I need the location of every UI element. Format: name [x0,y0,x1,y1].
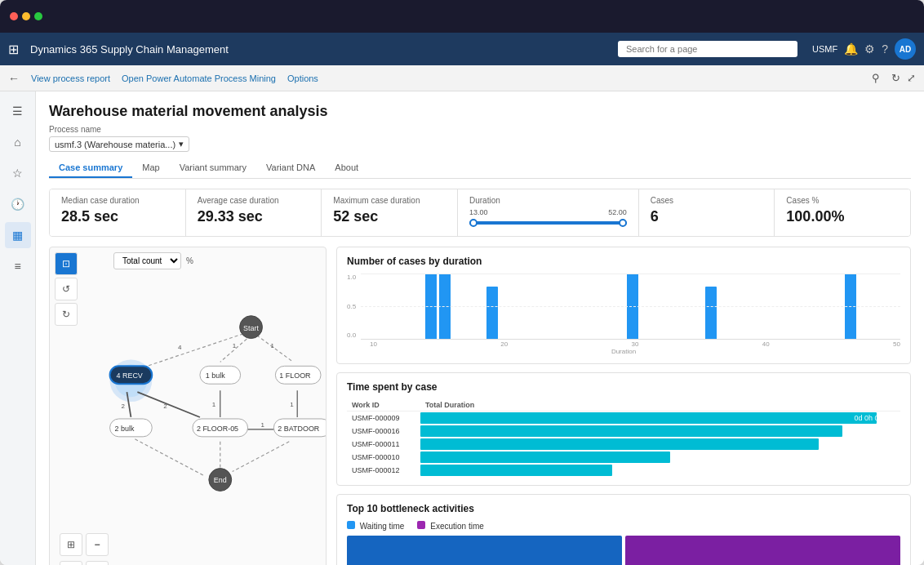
tab-about[interactable]: About [325,158,368,178]
sidebar-star-icon[interactable]: ☆ [5,160,31,186]
chevron-down-icon: ▾ [179,139,184,149]
options-button[interactable]: Options [287,73,318,83]
tab-variant-summary[interactable]: Variant summary [170,158,256,178]
svg-text:1  bulk: 1 bulk [206,371,225,380]
sidebar-list-icon[interactable]: ≡ [5,253,31,279]
toolbar-icons: ↻ ⤢ [891,72,916,84]
cases-stat: Cases 6 [639,189,775,236]
sidebar-table-icon[interactable]: ▦ [5,222,31,248]
slider-min-label: 13.00 [469,208,488,216]
col-work-id: Work ID [347,399,420,412]
duration-cell: 0d 0h 0m 22s [420,451,900,464]
svg-line-12 [233,442,290,472]
slider-thumb-right[interactable] [619,219,627,227]
table-row: USMF-000016 0d 0h 0m 37s [347,425,900,438]
average-stat: Average case duration 29.33 sec [186,189,322,236]
bottleneck-title: Top 10 bottleneck activities [347,503,900,514]
filter-icon[interactable]: ⚲ [872,72,880,84]
median-value: 28.5 sec [61,208,174,225]
x-label-50: 50 [893,340,900,348]
stats-row: Median case duration 28.5 sec Average ca… [49,189,911,237]
window-controls [10,12,42,20]
duration-slider[interactable]: 13.00 52.00 [469,208,627,225]
minimize-button[interactable] [22,12,30,20]
avatar[interactable]: AD [895,38,916,60]
map-zoom-out-btn[interactable]: − [86,533,109,556]
tab-map[interactable]: Map [132,158,169,178]
lower-layout: Total count % ⊡ ↺ ↻ [49,247,911,565]
bottleneck-card: Top 10 bottleneck activities Waiting tim… [336,494,911,565]
content-area: Warehouse material movement analysis Pro… [36,91,924,565]
work-id-cell: USMF-000012 [347,464,420,477]
map-toolbar-top: Total count % [86,252,321,269]
slider-thumb-left[interactable] [469,219,478,227]
map-view-btn[interactable]: ⊡ [55,252,78,275]
y-label-3: 0.0 [347,331,356,339]
slider-track[interactable] [469,221,627,225]
sidebar-clock-icon[interactable]: 🕐 [5,191,31,217]
close-button[interactable] [10,12,18,20]
process-dropdown[interactable]: usmf.3 (Warehouse materia...) ▾ [49,136,189,152]
svg-line-4 [257,336,294,363]
map-zoom-in-btn[interactable]: + [86,561,109,565]
tab-variant-dna[interactable]: Variant DNA [256,158,325,178]
bar-chart-card: Number of cases by duration 1.0 0.5 0.0 [336,247,911,364]
grid-icon[interactable]: ⊞ [8,42,19,57]
help-icon[interactable]: ? [882,42,888,56]
duration-cell: 0d 0h 0m 35s [420,438,900,451]
time-chart-title: Time spent by case [347,381,900,393]
map-dropdown[interactable]: Total count [113,252,181,269]
svg-text:4: 4 [178,344,182,351]
back-button[interactable]: ← [8,72,20,85]
tab-case-summary[interactable]: Case summary [49,158,132,178]
sidebar-home-icon[interactable]: ⌂ [5,129,31,155]
waiting-dot [347,521,355,529]
table-row: USMF-000009 0d 0h 0m 39s [347,412,900,425]
maximize-button[interactable] [34,12,42,20]
x-label-20: 20 [500,340,508,348]
map-grid-btn[interactable]: ⊞ [60,533,82,556]
expand-icon[interactable]: ⤢ [907,72,916,84]
open-power-button[interactable]: Open Power Automate Process Mining [122,73,276,83]
refresh-icon[interactable]: ↻ [891,72,900,84]
median-label: Median case duration [61,196,174,205]
x-label-10: 10 [370,340,377,348]
table-row: USMF-000011 0d 0h 0m 35s [347,438,900,451]
svg-text:2  FLOOR-05: 2 FLOOR-05 [197,425,238,433]
work-id-cell: USMF-000009 [347,412,420,425]
bottleneck-bars: bulk FLOOR-05 [347,536,900,565]
col-duration: Total Duration [420,399,900,412]
search-input[interactable] [618,41,797,57]
x-label-30: 30 [632,340,639,348]
map-fullscreen-btn[interactable]: ⤢ [60,561,82,565]
bn-bar-floor: FLOOR-05 [625,536,900,565]
svg-line-10 [135,439,204,476]
duration-cell: 0d 0h 0m 39s [420,412,900,425]
bell-icon[interactable]: 🔔 [844,42,858,56]
process-map: Total count % ⊡ ↺ ↻ [49,247,327,565]
bar-group-3 [486,287,498,339]
svg-text:1: 1 [270,342,274,349]
duration-label: Duration [469,196,627,205]
sidebar-menu-icon[interactable]: ☰ [5,98,31,124]
page-title: Warehouse material movement analysis [49,103,911,120]
map-rotate-btn[interactable]: ↺ [55,278,78,300]
duration-cell: 0d 0h 0m 17s [420,464,900,477]
x-label-40: 40 [762,340,770,348]
legend-waiting: Waiting time [347,521,404,531]
gear-icon[interactable]: ⚙ [864,42,875,56]
median-stat: Median case duration 28.5 sec [50,189,186,236]
bottleneck-legend: Waiting time Execution time [347,521,900,531]
cases-pct-value: 100.00% [786,208,899,225]
cases-pct-label: Cases % [786,196,899,205]
average-value: 29.33 sec [198,208,310,225]
duration-cell: 0d 0h 0m 37s [420,425,900,438]
map-left-toolbar: ⊡ ↺ ↻ [55,252,78,326]
slider-max-label: 52.00 [608,208,627,216]
user-label: USMF [812,44,837,54]
view-process-button[interactable]: View process report [31,73,110,83]
map-refresh-btn[interactable]: ↻ [55,303,78,326]
work-id-cell: USMF-000011 [347,438,420,451]
average-label: Average case duration [198,196,310,205]
process-value: usmf.3 (Warehouse materia...) [55,140,175,149]
